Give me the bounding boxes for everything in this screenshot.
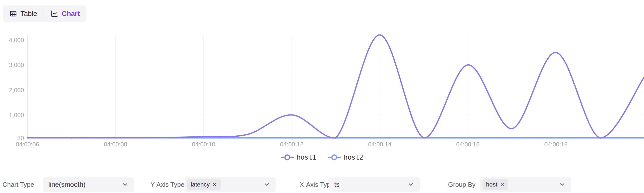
x-axis-type-value: ts (334, 181, 340, 189)
y-axis-label: 3,000 (9, 62, 24, 68)
chart-legend: host1host2 (0, 154, 644, 161)
group-by-chip: host (482, 179, 508, 190)
remove-chip-icon[interactable] (212, 182, 217, 187)
chart-tab[interactable]: Chart (44, 5, 86, 22)
legend-item-host2[interactable]: host2 (328, 154, 363, 161)
table-tab[interactable]: Table (3, 5, 44, 22)
y-axis-label: 80 (17, 135, 24, 141)
x-axis-label: 04:00:14 (368, 141, 392, 148)
legend-marker-host2 (328, 154, 341, 161)
chart-tab-label: Chart (62, 10, 80, 18)
y-axis-label: 1,000 (9, 112, 24, 118)
chart-type-select[interactable]: line(smooth) (43, 177, 134, 192)
chevron-down-icon (407, 181, 414, 188)
legend-marker-host1 (281, 154, 294, 161)
chart-view-screen: Table Chart 801,0002,0003,0004,00004:00:… (0, 0, 644, 193)
series-line-host1[interactable] (28, 35, 644, 138)
y-axis-types-label: Y-Axis Types (150, 181, 188, 189)
x-axis-label: 04:00:08 (104, 141, 127, 148)
chevron-down-icon (263, 181, 270, 188)
y-axis-chip: latency (187, 179, 221, 190)
x-axis-label: 04:00:06 (16, 141, 39, 148)
x-axis-type-select[interactable]: ts (329, 177, 420, 192)
chart-type-label: Chart Type (2, 181, 34, 189)
x-axis-label: 04:00:16 (456, 141, 480, 148)
line-chart: 801,0002,0003,0004,00004:00:0604:00:0804… (0, 22, 644, 150)
chevron-down-icon (122, 181, 128, 188)
line-chart-icon (51, 10, 58, 17)
table-icon (10, 10, 17, 17)
view-toggle: Table Chart (3, 5, 86, 22)
legend-item-host1[interactable]: host1 (281, 154, 316, 161)
x-axis-label: 04:00:10 (192, 141, 215, 148)
group-by-label: Group By (448, 181, 476, 189)
table-tab-label: Table (20, 10, 37, 18)
group-by-chip-label: host (486, 181, 497, 188)
chevron-down-icon (559, 181, 566, 188)
x-axis-label: 04:00:12 (280, 141, 303, 148)
remove-chip-icon[interactable] (500, 182, 505, 187)
y-axis-chip-label: latency (191, 181, 210, 188)
y-axis-types-select[interactable]: latency (185, 177, 276, 192)
chart-type-value: line(smooth) (48, 181, 86, 189)
legend-label: host1 (297, 154, 316, 161)
group-by-select[interactable]: host (480, 177, 571, 192)
y-axis-label: 2,000 (9, 87, 24, 94)
x-axis-label: 04:00:18 (544, 141, 567, 148)
legend-label: host2 (344, 154, 363, 161)
y-axis-label: 4,000 (9, 37, 24, 43)
